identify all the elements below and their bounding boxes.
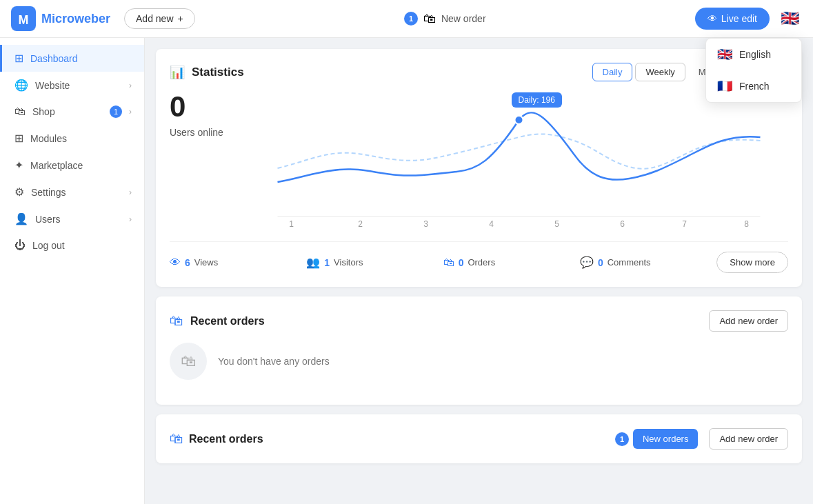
- svg-text:M: M: [19, 13, 29, 27]
- sidebar-item-label-users: Users: [35, 214, 122, 225]
- live-edit-button[interactable]: 👁 Live edit: [695, 8, 770, 30]
- chevron-right-icon: ›: [129, 81, 132, 90]
- stat-orders: 🛍 0 Orders: [443, 256, 580, 269]
- sidebar-item-label-logout: Log out: [32, 240, 132, 251]
- svg-text:8: 8: [744, 219, 749, 229]
- sidebar-item-marketplace[interactable]: ✦ Marketplace: [0, 152, 144, 179]
- sidebar-item-website[interactable]: 🌐 Website ›: [0, 72, 144, 99]
- french-label: French: [739, 81, 770, 92]
- recent-orders-card-2: 🛍 Recent orders 1 New orders Add new ord…: [156, 414, 802, 463]
- comments-label: Comments: [608, 257, 651, 268]
- chart-area: 0 Users online Daily: 196: [170, 92, 788, 233]
- shop-badge: 1: [110, 105, 122, 118]
- sidebar-item-label-marketplace: Marketplace: [30, 160, 132, 171]
- logout-icon: ⏻: [14, 239, 26, 252]
- sidebar-item-label-shop: Shop: [32, 106, 103, 117]
- sidebar-item-dashboard[interactable]: ⊞ Dashboard: [0, 45, 144, 72]
- flag-icon: 🇬🇧: [781, 10, 799, 27]
- new-order-count-badge: 1: [404, 12, 418, 26]
- tab-weekly[interactable]: Weekly: [635, 63, 685, 81]
- shopping-bag-icon: 🛍: [423, 12, 436, 26]
- modules-icon: ⊞: [14, 132, 23, 145]
- comments-count: 0: [598, 257, 603, 268]
- recent-orders-header-2: 🛍 Recent orders 1 New orders Add new ord…: [170, 428, 788, 450]
- sidebar-item-label-website: Website: [35, 80, 122, 91]
- live-edit-label: Live edit: [721, 13, 757, 24]
- chart-svg-container: Daily: 196 1 2 3 4 5: [250, 92, 788, 233]
- eye-icon: 👁: [707, 13, 717, 24]
- add-new-plus-icon: +: [178, 13, 183, 24]
- french-flag-icon: 🇫🇷: [717, 79, 732, 94]
- main-layout: ⊞ Dashboard 🌐 Website › 🛍 Shop 1 › ⊞ Mod…: [0, 38, 813, 504]
- new-orders-group: 1 New orders: [615, 429, 698, 449]
- recent-orders-icon-1: 🛍: [170, 313, 183, 329]
- visitors-icon: 👥: [306, 256, 320, 269]
- visitors-label: Visitors: [334, 257, 363, 268]
- topbar-right: 👁 Live edit 🇬🇧: [695, 7, 802, 30]
- svg-text:6: 6: [620, 219, 625, 229]
- sidebar-item-label-settings: Settings: [31, 187, 122, 198]
- english-flag-icon: 🇬🇧: [717, 47, 732, 62]
- stat-visitors: 👥 1 Visitors: [306, 256, 443, 269]
- users-online-label: Users online: [170, 127, 239, 138]
- users-icon: 👤: [14, 212, 28, 225]
- statistics-title: Statistics: [192, 65, 585, 79]
- statistics-card-header: 📊 Statistics Daily Weekly Monthly Yearly: [170, 63, 788, 81]
- statistics-chart: 1 2 3 4 5 6 7 8: [250, 92, 788, 230]
- sidebar-item-label-dashboard: Dashboard: [30, 53, 132, 64]
- add-new-order-button-1[interactable]: Add new order: [709, 310, 788, 332]
- shop-icon: 🛍: [14, 105, 26, 118]
- svg-text:4: 4: [489, 219, 494, 229]
- recent-orders-title-1: Recent orders: [190, 315, 709, 327]
- english-label: English: [739, 49, 771, 60]
- sidebar-item-shop[interactable]: 🛍 Shop 1 ›: [0, 99, 144, 125]
- content-area: 📊 Statistics Daily Weekly Monthly Yearly…: [145, 38, 813, 504]
- logo-icon: M: [11, 6, 36, 31]
- recent-orders-icon-2: 🛍: [170, 431, 183, 447]
- chart-left: 0 Users online: [170, 92, 239, 138]
- sidebar: ⊞ Dashboard 🌐 Website › 🛍 Shop 1 › ⊞ Mod…: [0, 38, 145, 504]
- recent-orders-title-2: Recent orders: [189, 433, 610, 445]
- sidebar-item-settings[interactable]: ⚙ Settings ›: [0, 179, 144, 205]
- add-new-order-button-2[interactable]: Add new order: [709, 428, 788, 450]
- svg-text:5: 5: [554, 219, 559, 229]
- new-order-text: New order: [441, 13, 486, 24]
- add-new-label: Add new: [136, 13, 173, 24]
- dashboard-icon: ⊞: [14, 52, 23, 65]
- stat-views: 👁 6 Views: [170, 256, 306, 269]
- svg-text:3: 3: [423, 219, 428, 229]
- stats-footer: 👁 6 Views 👥 1 Visitors 🛍 0 Orders 💬 0: [170, 241, 788, 273]
- sidebar-item-logout[interactable]: ⏻ Log out: [0, 232, 144, 259]
- svg-text:1: 1: [289, 219, 294, 229]
- logo: M Microweber: [11, 6, 110, 31]
- website-icon: 🌐: [14, 79, 28, 92]
- lang-item-english[interactable]: 🇬🇧 English: [706, 39, 801, 70]
- lang-item-french[interactable]: 🇫🇷 French: [706, 70, 801, 102]
- show-more-button[interactable]: Show more: [716, 252, 788, 273]
- recent-orders-header-1: 🛍 Recent orders Add new order: [170, 310, 788, 332]
- topbar: M Microweber Add new + 1 🛍 New order 👁 L…: [0, 0, 813, 38]
- comments-icon: 💬: [580, 256, 594, 269]
- views-count: 6: [185, 257, 190, 268]
- orders-label: Orders: [468, 257, 495, 268]
- sidebar-item-users[interactable]: 👤 Users ›: [0, 205, 144, 232]
- new-orders-count-badge: 1: [615, 432, 629, 446]
- eye-stat-icon: 👁: [170, 256, 181, 269]
- chevron-right-icon-shop: ›: [129, 107, 132, 117]
- add-new-button[interactable]: Add new +: [124, 8, 195, 29]
- sidebar-item-modules[interactable]: ⊞ Modules: [0, 125, 144, 152]
- orders-stat-icon: 🛍: [443, 256, 454, 269]
- tab-daily[interactable]: Daily: [592, 63, 633, 81]
- empty-bag-icon: 🛍: [170, 343, 207, 380]
- topbar-center: 1 🛍 New order: [195, 12, 695, 26]
- new-orders-button[interactable]: New orders: [633, 429, 698, 449]
- settings-icon: ⚙: [14, 185, 24, 199]
- orders-count: 0: [459, 257, 464, 268]
- recent-orders-card-1: 🛍 Recent orders Add new order 🛍 You don'…: [156, 296, 802, 405]
- logo-text: Microweber: [41, 12, 110, 26]
- views-label: Views: [194, 257, 218, 268]
- language-flag-button[interactable]: 🇬🇧: [778, 7, 802, 30]
- chart-tooltip: Daily: 196: [512, 92, 562, 108]
- stat-comments: 💬 0 Comments: [580, 256, 716, 269]
- marketplace-icon: ✦: [14, 159, 23, 172]
